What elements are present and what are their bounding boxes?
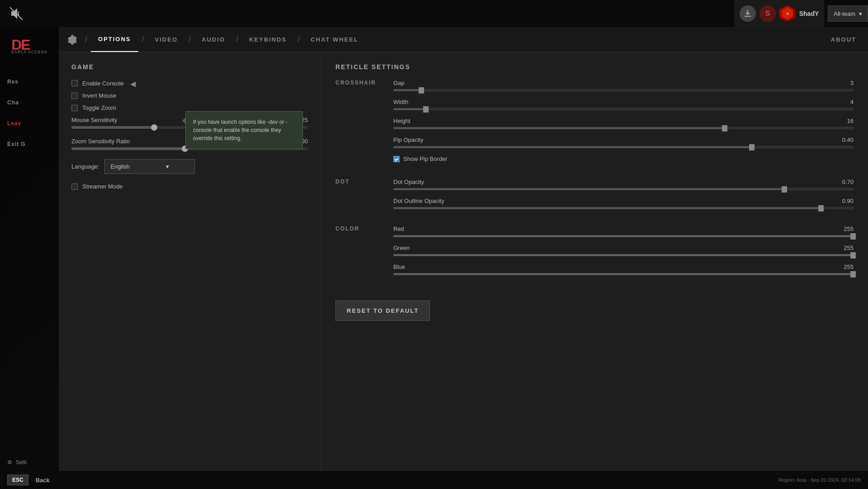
- tab-audio[interactable]: AUDIO: [194, 27, 232, 52]
- main-panel: / OPTIONS / VIDEO / AUDIO / KEYBINDS / C…: [59, 27, 868, 471]
- toggle-zoom-checkbox[interactable]: [71, 105, 78, 111]
- blue-track[interactable]: [393, 273, 854, 275]
- dot-outline-opacity-thumb[interactable]: [818, 205, 824, 212]
- dot-opacity-track[interactable]: [393, 188, 854, 190]
- sidebar-item-leave[interactable]: Leav: [0, 114, 59, 133]
- tab-options[interactable]: OPTIONS: [91, 27, 138, 52]
- sidebar-logo: DE EARLY ACCESS: [0, 27, 59, 63]
- gap-thumb[interactable]: [419, 87, 424, 94]
- language-dropdown[interactable]: English ▾: [104, 159, 195, 174]
- gap-value: 3: [850, 80, 854, 86]
- logo-subtitle: EARLY ACCESS: [11, 50, 47, 54]
- dot-label: DOT: [335, 179, 381, 185]
- height-value: 16: [847, 118, 854, 124]
- crosshair-label: CROSSHAIR: [335, 80, 381, 86]
- green-fill: [394, 254, 853, 256]
- width-header: Width 4: [393, 99, 854, 105]
- tab-keybinds[interactable]: KEYBINDS: [242, 27, 294, 52]
- streamer-mode-checkbox[interactable]: [71, 183, 78, 190]
- sidebar-menu: Res Cha Leav Exit G: [0, 63, 59, 452]
- dot-outline-opacity-label: Dot Outline Opacity: [393, 197, 444, 204]
- invert-mouse-checkbox[interactable]: [71, 93, 78, 99]
- streamer-mode-label: Streamer Mode: [82, 183, 123, 190]
- enable-console-row: Enable Console ◀: [71, 80, 308, 87]
- blue-thumb[interactable]: [850, 271, 856, 277]
- green-row: Green 255: [393, 244, 854, 256]
- crosshair-section: CROSSHAIR Gap 3: [335, 80, 854, 169]
- reset-button-container: RESET TO DEFAULT: [335, 292, 854, 321]
- pip-opacity-thumb[interactable]: [749, 144, 755, 150]
- bottom-bar: ESC Back Region: Asia · Sep 20 2024, 02:…: [0, 471, 868, 489]
- nav-about[interactable]: ABOUT: [824, 36, 863, 43]
- dot-outline-opacity-header: Dot Outline Opacity 0.90: [393, 197, 854, 204]
- green-thumb[interactable]: [850, 252, 856, 259]
- user-badge: ✦: [779, 5, 796, 22]
- show-pip-border-checkbox[interactable]: [393, 156, 400, 162]
- sidebar-settings[interactable]: ⚙ Setti: [7, 459, 52, 465]
- datetime-label: Sep 20 2024, 02:14:08: [811, 477, 861, 483]
- height-row: Height 16: [393, 118, 854, 129]
- team-selector[interactable]: All-team ▾: [828, 5, 868, 22]
- nav-separator-3: /: [185, 35, 194, 44]
- blue-value: 255: [844, 263, 854, 270]
- red-fill: [394, 235, 853, 237]
- streamer-mode-row: Streamer Mode: [71, 183, 308, 190]
- svg-text:S: S: [765, 9, 770, 17]
- color-label: COLOR: [335, 226, 381, 232]
- sidebar-item-exit[interactable]: Exit G: [0, 135, 59, 154]
- dot-opacity-header: Dot Opacity 0.70: [393, 179, 854, 185]
- show-pip-border-label: Show Pip Border: [403, 155, 448, 162]
- game-panel: GAME Enable Console ◀ If you have launch…: [59, 52, 321, 471]
- tab-video[interactable]: VIDEO: [148, 27, 185, 52]
- gap-track[interactable]: [393, 89, 854, 91]
- team-selector-label: All-team: [834, 10, 855, 17]
- gap-label: Gap: [393, 80, 405, 86]
- sidebar-item-resume[interactable]: Res: [0, 72, 59, 91]
- pip-opacity-track[interactable]: [393, 146, 854, 148]
- blue-fill: [394, 273, 853, 275]
- dot-outline-opacity-value: 0.90: [842, 197, 854, 204]
- reticle-panel: RETICLE SETTINGS CROSSHAIR Gap 3: [321, 52, 868, 471]
- dot-opacity-thumb[interactable]: [782, 186, 787, 193]
- color-section: COLOR Red 255: [335, 226, 854, 282]
- reset-to-default-button[interactable]: RESET TO DEFAULT: [335, 301, 430, 321]
- red-thumb[interactable]: [850, 233, 856, 240]
- crosshair-sliders: Gap 3 Width 4: [393, 80, 854, 169]
- reticle-section-title: RETICLE SETTINGS: [335, 63, 854, 71]
- avatar: S: [760, 5, 776, 22]
- mouse-sensitivity-thumb[interactable]: [151, 124, 157, 131]
- game-section-title: GAME: [71, 63, 308, 71]
- width-row: Width 4: [393, 99, 854, 110]
- tab-chat-wheel[interactable]: CHAT WHEEL: [303, 27, 366, 52]
- red-label: Red: [393, 226, 404, 232]
- svg-text:✦: ✦: [786, 11, 790, 16]
- dot-outline-opacity-track[interactable]: [393, 207, 854, 209]
- enable-console-arrow[interactable]: ◀: [130, 80, 137, 87]
- toggle-zoom-label: Toggle Zoom: [82, 104, 116, 111]
- enable-console-checkbox[interactable]: [71, 80, 78, 86]
- width-track[interactable]: [393, 108, 854, 110]
- invert-mouse-label: Invert Mouse: [82, 92, 116, 99]
- tooltip-arrow: [182, 117, 186, 124]
- pip-opacity-row: Pip Opacity 0.40: [393, 136, 854, 148]
- chevron-down-icon: ▾: [859, 10, 862, 17]
- sidebar-item-chat[interactable]: Cha: [0, 93, 59, 112]
- width-thumb[interactable]: [423, 106, 429, 113]
- region-info: Region: Asia · Sep 20 2024, 02:14:08: [778, 477, 861, 483]
- esc-button[interactable]: ESC: [7, 475, 28, 485]
- download-icon-btn[interactable]: [740, 5, 756, 22]
- dot-opacity-fill: [394, 188, 784, 190]
- red-track[interactable]: [393, 235, 854, 237]
- back-button[interactable]: Back: [36, 477, 50, 484]
- sidebar: DE EARLY ACCESS Res Cha Leav Exit G ⚙ Se…: [0, 27, 59, 489]
- blue-row: Blue 255: [393, 263, 854, 275]
- dot-opacity-row: Dot Opacity 0.70: [393, 179, 854, 190]
- mute-icon[interactable]: [9, 6, 24, 21]
- color-sliders: Red 255 Green 255: [393, 226, 854, 282]
- green-track[interactable]: [393, 254, 854, 256]
- toggle-zoom-row: Toggle Zoom: [71, 104, 308, 111]
- height-track[interactable]: [393, 127, 854, 129]
- user-area[interactable]: S ✦ ShadY: [734, 0, 825, 27]
- gear-settings-icon[interactable]: [63, 31, 81, 49]
- height-thumb[interactable]: [722, 125, 727, 132]
